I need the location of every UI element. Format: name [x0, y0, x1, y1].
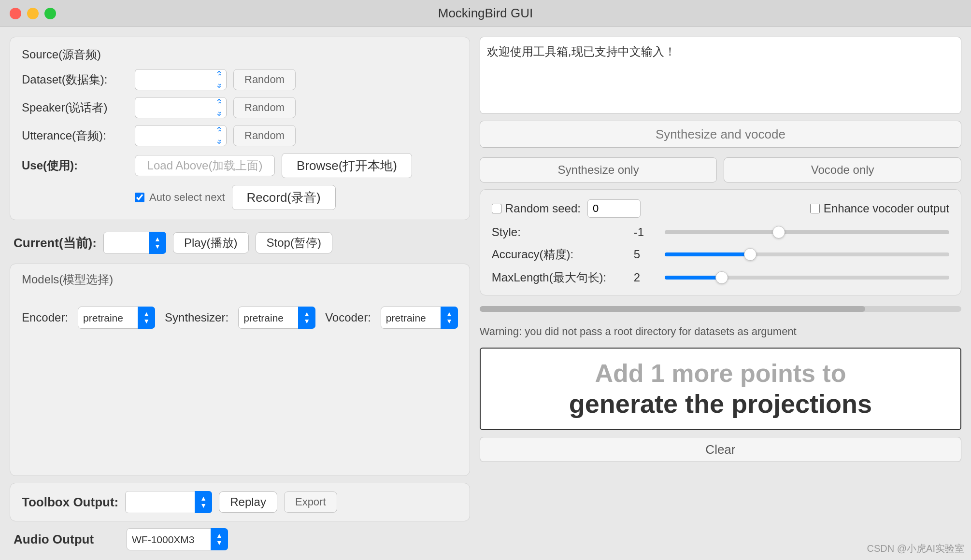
models-label: Models(模型选择)	[22, 272, 458, 287]
style-slider[interactable]	[665, 230, 949, 234]
replay-button[interactable]: Replay	[219, 491, 277, 513]
vocode-only-button[interactable]: Vocode only	[724, 157, 961, 182]
encoder-select[interactable]: pretraine	[78, 307, 155, 329]
left-panel: Source(源音频) Dataset(数据集): ⌃⌄ Random Spea…	[10, 37, 470, 550]
speaker-random-button[interactable]: Random	[233, 97, 296, 118]
vocoder-select[interactable]: pretraine	[381, 307, 458, 329]
load-above-button[interactable]: Load Above(加载上面)	[135, 155, 275, 176]
random-seed-row: Random seed: Enhance vocoder output	[492, 199, 949, 218]
maxlength-slider[interactable]	[665, 276, 949, 280]
output-text-container: Add 1 more points to generate the projec…	[569, 358, 872, 420]
auto-select-label: Auto select next	[149, 191, 225, 204]
current-label: Current(当前):	[14, 235, 97, 252]
toolbox-select[interactable]	[125, 491, 212, 513]
toolbox-select-wrapper: ▲ ▼	[125, 491, 212, 513]
synthesizer-select-wrapper: pretraine ▲ ▼	[238, 307, 315, 329]
title-bar: MockingBird GUI	[0, 0, 971, 27]
synthesizer-label: Synthesizer:	[165, 311, 228, 324]
random-seed-checkbox[interactable]	[492, 204, 501, 213]
synthesizer-select[interactable]: pretraine	[238, 307, 315, 329]
maximize-button[interactable]	[44, 8, 56, 19]
audio-select[interactable]: WF-1000XM3	[127, 528, 228, 550]
main-content: Source(源音频) Dataset(数据集): ⌃⌄ Random Spea…	[0, 27, 971, 560]
maxlength-label: MaxLength(最大句长):	[492, 270, 627, 285]
dataset-row: Dataset(数据集): ⌃⌄ Random	[22, 69, 458, 90]
synth-vocode-button[interactable]: Synthesize and vocode	[480, 121, 961, 148]
vocoder-select-wrapper: pretraine ▲ ▼	[381, 307, 458, 329]
settings-section: Random seed: Enhance vocoder output Styl…	[480, 189, 961, 295]
random-seed-label: Random seed:	[492, 202, 581, 215]
use-label: Use(使用):	[22, 158, 128, 173]
text-input[interactable]: 欢迎使用工具箱,现已支持中文输入！	[480, 37, 961, 114]
auto-select-row: Auto select next	[135, 191, 225, 204]
output-box: Add 1 more points to generate the projec…	[480, 348, 961, 430]
source-section: Source(源音频) Dataset(数据集): ⌃⌄ Random Spea…	[10, 37, 470, 220]
stop-button[interactable]: Stop(暂停)	[256, 232, 332, 253]
dataset-select-wrapper: ⌃⌄	[135, 69, 227, 90]
current-area: Current(当前): ▲ ▼ Play(播放) Stop(暂停)	[10, 227, 470, 257]
speaker-label: Speaker(说话者)	[22, 100, 128, 115]
speaker-row: Speaker(说话者) ⌃⌄ Random	[22, 97, 458, 118]
export-button[interactable]: Export	[284, 491, 337, 513]
encoder-select-wrapper: pretraine ▲ ▼	[78, 307, 155, 329]
auto-select-checkbox[interactable]	[135, 193, 144, 202]
close-button[interactable]	[10, 8, 21, 19]
utterance-select[interactable]	[135, 125, 227, 146]
window-title: MockingBird GUI	[438, 6, 533, 21]
toolbox-row: Toolbox Output: ▲ ▼ Replay Export	[22, 491, 458, 513]
play-button[interactable]: Play(播放)	[173, 232, 249, 253]
auto-record-row: Auto select next Record(录音)	[22, 185, 458, 210]
enhance-label: Enhance vocoder output	[810, 202, 949, 215]
audio-area: Audio Output WF-1000XM3 ▲ ▼	[10, 528, 470, 550]
accuracy-value: 5	[634, 248, 658, 261]
window-controls	[10, 8, 56, 19]
accuracy-slider-thumb[interactable]	[744, 248, 757, 261]
utterance-select-wrapper: ⌃⌄	[135, 125, 227, 146]
style-row: Style: -1	[492, 225, 949, 239]
use-row: Use(使用): Load Above(加载上面) Browse(打开本地)	[22, 153, 458, 178]
style-label: Style:	[492, 225, 627, 239]
scroll-area[interactable]	[480, 306, 961, 312]
watermark: CSDN @小虎AI实验室	[867, 542, 964, 555]
toolbox-section: Toolbox Output: ▲ ▼ Replay Export	[10, 483, 470, 521]
style-slider-thumb[interactable]	[772, 226, 785, 238]
utterance-random-button[interactable]: Random	[233, 125, 296, 146]
models-section: Models(模型选择) Encoder: pretraine ▲ ▼ Synt…	[10, 264, 470, 476]
toolbox-label: Toolbox Output:	[22, 495, 118, 510]
maxlength-value: 2	[634, 271, 658, 284]
output-text-main: generate the projections	[569, 388, 872, 420]
audio-row: Audio Output WF-1000XM3 ▲ ▼	[14, 528, 466, 550]
output-text-faded: Add 1 more points to	[569, 358, 872, 388]
utterance-label: Utterance(音频):	[22, 128, 128, 143]
maxlength-slider-thumb[interactable]	[715, 271, 728, 284]
accuracy-slider[interactable]	[665, 252, 949, 256]
speaker-select-wrapper: ⌃⌄	[135, 97, 227, 118]
encoder-label: Encoder:	[22, 311, 68, 324]
utterance-row: Utterance(音频): ⌃⌄ Random	[22, 125, 458, 146]
speaker-select[interactable]	[135, 97, 227, 118]
vocoder-label: Vocoder:	[325, 311, 371, 324]
synth-row: Synthesize only Vocode only	[480, 157, 961, 182]
encoder-row: Encoder: pretraine ▲ ▼ Synthesizer: pret…	[22, 307, 458, 329]
enhance-checkbox[interactable]	[810, 204, 820, 213]
scroll-thumb[interactable]	[480, 306, 865, 312]
synth-only-button[interactable]: Synthesize only	[480, 157, 717, 182]
accuracy-row: Accuracy(精度): 5	[492, 247, 949, 262]
dataset-random-button[interactable]: Random	[233, 69, 296, 90]
current-select-wrapper: ▲ ▼	[103, 232, 166, 254]
audio-select-wrapper: WF-1000XM3 ▲ ▼	[127, 528, 228, 550]
random-seed-input[interactable]	[587, 199, 641, 218]
audio-output-label: Audio Output	[14, 532, 120, 547]
style-value: -1	[634, 225, 658, 239]
warning-text: Warning: you did not pass a root directo…	[480, 325, 961, 338]
dataset-select[interactable]	[135, 69, 227, 90]
current-row: Current(当前): ▲ ▼ Play(播放) Stop(暂停)	[14, 227, 466, 257]
current-select[interactable]	[103, 232, 166, 254]
dataset-label: Dataset(数据集):	[22, 72, 128, 87]
source-label: Source(源音频)	[22, 47, 458, 62]
clear-button[interactable]: Clear	[480, 437, 961, 462]
browse-button[interactable]: Browse(打开本地)	[282, 153, 412, 178]
right-panel: 欢迎使用工具箱,现已支持中文输入！ Synthesize and vocode …	[480, 37, 961, 550]
record-button[interactable]: Record(录音)	[232, 185, 336, 210]
minimize-button[interactable]	[27, 8, 39, 19]
